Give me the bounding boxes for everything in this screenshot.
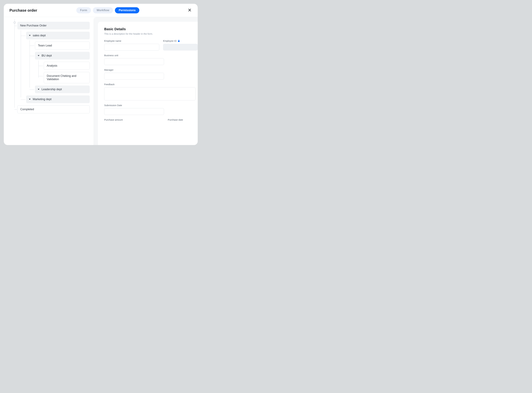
- field-employee-name: Employee name: [104, 39, 159, 50]
- label-purchase-date: Purchase date: [168, 118, 198, 121]
- field-purchase-date: Purchase date: [168, 118, 198, 123]
- tree-node-leadership: Leadership dept: [35, 85, 90, 93]
- tree-item-completed[interactable]: Completed: [17, 105, 90, 113]
- tree-item-marketing-dept[interactable]: Marketing dept: [26, 95, 90, 103]
- label-employee-id: Employee ID: [163, 39, 198, 42]
- input-employee-name[interactable]: [104, 44, 159, 50]
- chevron-down-icon: [38, 55, 39, 56]
- field-business-unit: Business unit: [104, 54, 164, 65]
- tree-node-sales: sales dept Team Lead: [26, 32, 90, 93]
- tree-item-new-purchase-order[interactable]: New Purchase Order: [17, 22, 90, 29]
- field-purchase-amount: Purchase amount: [104, 118, 164, 123]
- tree-item-team-lead[interactable]: Team Lead: [35, 42, 90, 49]
- textarea-feedback[interactable]: [104, 87, 195, 100]
- tree-node-marketing: Marketing dept: [26, 95, 90, 103]
- modal-header: Purchase order Form Workflow Permissions: [4, 4, 198, 17]
- svg-rect-0: [178, 41, 180, 42]
- field-manager: Manager: [104, 69, 164, 79]
- modal-content: New Purchase Order sales dept: [4, 17, 198, 145]
- tree-label: Leadership dept: [42, 88, 62, 91]
- tree-label: Team Lead: [38, 44, 52, 47]
- tabs: Form Workflow Permissions: [28, 7, 188, 13]
- input-employee-id: [163, 44, 198, 50]
- field-employee-id: Employee ID: [163, 39, 198, 50]
- tree-item-analysis[interactable]: Analysis: [44, 62, 90, 70]
- close-button[interactable]: [188, 8, 191, 12]
- tree-label: Analysis: [47, 64, 57, 67]
- tree-node-completed: Completed: [17, 105, 90, 113]
- close-icon: [188, 8, 191, 12]
- label-purchase-amount: Purchase amount: [104, 118, 164, 121]
- tree-label: Marketing dept: [33, 98, 51, 101]
- tree-label: New Purchase Order: [20, 24, 47, 27]
- tree-label: Completed: [20, 108, 34, 111]
- section-description: This is a description for the header in …: [104, 32, 198, 35]
- tree-label: sales dept: [33, 34, 46, 37]
- modal-purchase-order: Purchase order Form Workflow Permissions…: [4, 4, 198, 145]
- chevron-down-icon: [29, 99, 30, 100]
- tree-label: BU dept: [42, 54, 52, 57]
- field-feedback: Feedback: [104, 83, 195, 100]
- label-business-unit: Business unit: [104, 54, 164, 57]
- field-submission-date: Submission Date: [104, 104, 164, 115]
- workflow-tree: New Purchase Order sales dept: [4, 17, 93, 145]
- tree-node-bu: BU dept Analysis: [35, 52, 90, 83]
- input-manager[interactable]: [104, 73, 164, 79]
- label-employee-name: Employee name: [104, 39, 159, 42]
- tree-item-sales-dept[interactable]: sales dept: [26, 32, 90, 39]
- label-manager: Manager: [104, 69, 164, 71]
- tree-item-leadership-dept[interactable]: Leadership dept: [35, 85, 90, 93]
- tab-workflow[interactable]: Workflow: [93, 7, 113, 13]
- tree-node-doc-check: Document Cheking and Validation: [44, 72, 90, 83]
- label-feedback: Feedback: [104, 83, 195, 86]
- chevron-down-icon: [38, 89, 39, 90]
- tab-form[interactable]: Form: [76, 7, 91, 13]
- input-business-unit[interactable]: [104, 58, 164, 65]
- tree-node-analysis: Analysis: [44, 62, 90, 70]
- label-text: Employee ID: [163, 39, 177, 42]
- tree-node-team-lead: Team Lead: [35, 42, 90, 49]
- tree-node-root: New Purchase Order sales dept: [17, 22, 90, 103]
- form-panel: Basic Details This is a description for …: [93, 17, 198, 145]
- chevron-down-icon: [29, 35, 30, 36]
- lock-icon: [178, 40, 180, 42]
- tree-item-doc-check[interactable]: Document Cheking and Validation: [44, 72, 90, 83]
- form-card: Basic Details This is a description for …: [98, 22, 198, 145]
- tree-label: Document Cheking and Validation: [47, 74, 87, 81]
- tab-permissions[interactable]: Permissions: [115, 7, 139, 13]
- tree-item-bu-dept[interactable]: BU dept: [35, 52, 90, 59]
- section-title: Basic Details: [104, 27, 198, 31]
- label-submission-date: Submission Date: [104, 104, 164, 107]
- input-submission-date[interactable]: [104, 108, 164, 115]
